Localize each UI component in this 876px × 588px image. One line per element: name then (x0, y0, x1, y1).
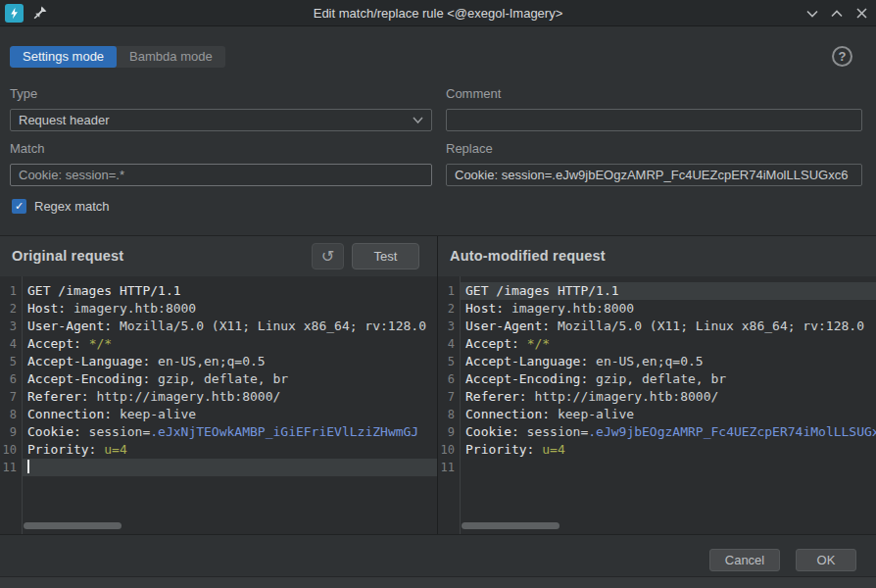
chevron-down-icon[interactable] (805, 7, 819, 21)
auto-modified-request-panel: Auto-modified request 1234567891011 GET … (438, 236, 876, 534)
code-token: Accept-Encoding: (27, 371, 150, 386)
line-number: 11 (438, 459, 460, 476)
code-token: http://imagery.htb:8000/ (89, 389, 281, 404)
code-area[interactable]: GET /images HTTP/1.1Host: imagery.htb:80… (23, 276, 437, 534)
comment-input[interactable] (446, 109, 862, 131)
chevron-up-icon[interactable] (830, 7, 844, 21)
code-token: Accept: (465, 336, 519, 351)
code-token: Priority: (465, 442, 534, 457)
tab-bambda-mode[interactable]: Bambda mode (117, 46, 225, 68)
code-token (519, 336, 527, 351)
code-line[interactable]: Connection: keep-alive (23, 406, 437, 423)
refresh-button[interactable]: ↺ (312, 243, 344, 270)
panels-bottom-divider (0, 534, 876, 535)
window-controls (805, 0, 868, 26)
auto-modified-request-header: Auto-modified request (438, 236, 876, 276)
original-request-editor[interactable]: 1234567891011 GET /images HTTP/1.1Host: … (0, 276, 437, 534)
code-line[interactable]: Accept-Language: en-US,en;q=0.5 (461, 353, 876, 370)
mode-tabs: Settings mode Bambda mode (10, 46, 225, 68)
line-number: 8 (0, 406, 22, 423)
code-token: Host: (465, 301, 504, 316)
code-line[interactable]: Accept: */* (23, 335, 437, 353)
original-request-title: Original request (12, 236, 123, 276)
original-request-header: Original request ↺ Test (0, 236, 437, 276)
code-token: Host: (27, 301, 66, 316)
code-token: */* (527, 336, 550, 351)
type-select[interactable]: Request header (10, 109, 432, 131)
code-line[interactable]: Cookie: session=.eJxNjTEOwkAMBP_iGiEFriE… (23, 423, 437, 441)
match-input[interactable] (10, 164, 432, 186)
help-icon[interactable]: ? (832, 46, 852, 67)
code-token: .eJw9jbEOgzAMRP_Fc4UEZcpER74iMolLLSUGxc6 (588, 424, 876, 439)
line-number: 9 (0, 423, 22, 441)
code-line[interactable]: Accept-Encoding: gzip, deflate, br (23, 370, 437, 388)
code-line[interactable]: GET /images HTTP/1.1 (461, 282, 876, 300)
code-token: GET /images HTTP/1.1 (465, 283, 619, 298)
code-line[interactable]: Priority: u=4 (461, 441, 876, 459)
code-token: Mozilla/5.0 (X11; Linux x86_64; rv:128.0 (550, 318, 864, 333)
code-token: Connection: (27, 407, 112, 421)
code-line[interactable] (23, 459, 437, 476)
code-token: Connection: (465, 407, 550, 421)
select-chevron-icon (413, 117, 423, 123)
line-number-gutter: 1234567891011 (438, 276, 461, 534)
code-line[interactable]: GET /images HTTP/1.1 (23, 282, 437, 300)
code-token: Accept-Language: (465, 354, 588, 368)
code-line[interactable]: Accept-Encoding: gzip, deflate, br (461, 370, 876, 388)
code-line[interactable]: User-Agent: Mozilla/5.0 (X11; Linux x86_… (23, 318, 437, 335)
code-line[interactable]: Connection: keep-alive (461, 406, 876, 423)
tab-settings-mode[interactable]: Settings mode (10, 46, 117, 68)
regex-match-checkbox[interactable]: ✓ (12, 199, 26, 214)
code-token: http://imagery.htb:8000/ (527, 389, 719, 404)
line-number: 11 (0, 459, 22, 476)
cancel-button[interactable]: Cancel (709, 549, 780, 571)
code-line[interactable]: Accept-Language: en-US,en;q=0.5 (23, 353, 437, 370)
line-number: 7 (0, 388, 22, 406)
code-token: .eJxNjTEOwkAMBP_iGiEFriEVlLziZHwmGJ (150, 424, 418, 439)
line-number: 1 (0, 282, 22, 300)
line-number: 2 (0, 300, 22, 318)
code-token: Referer: (27, 389, 89, 404)
test-button[interactable]: Test (352, 243, 419, 270)
line-number: 2 (438, 300, 460, 318)
refresh-icon: ↺ (321, 247, 334, 266)
horizontal-scrollbar[interactable] (462, 522, 560, 529)
code-line[interactable]: Priority: u=4 (23, 441, 437, 459)
code-token: */* (89, 336, 112, 351)
code-token: keep-alive (550, 407, 634, 421)
replace-label: Replace (446, 141, 493, 156)
code-token: Referer: (465, 389, 527, 404)
code-token: GET /images HTTP/1.1 (27, 283, 181, 298)
code-line[interactable] (461, 459, 876, 476)
edit-match-replace-dialog: Edit match/replace rule <@exegol-Imagery… (0, 0, 876, 588)
auto-modified-request-editor[interactable]: 1234567891011 GET /images HTTP/1.1Host: … (438, 276, 876, 534)
code-token: u=4 (542, 442, 564, 457)
line-number: 3 (438, 318, 460, 335)
code-token: Accept-Encoding: (465, 371, 588, 386)
code-line[interactable]: Host: imagery.htb:8000 (461, 300, 876, 318)
type-label: Type (10, 86, 37, 101)
line-number: 8 (438, 406, 460, 423)
code-token: Priority: (27, 442, 96, 457)
code-line[interactable]: Referer: http://imagery.htb:8000/ (23, 388, 437, 406)
code-line[interactable]: Referer: http://imagery.htb:8000/ (461, 388, 876, 406)
horizontal-scrollbar[interactable] (24, 522, 122, 529)
code-line[interactable]: Host: imagery.htb:8000 (23, 300, 437, 318)
line-number: 5 (438, 353, 460, 370)
line-number: 3 (0, 318, 22, 335)
code-token: keep-alive (112, 407, 196, 421)
close-icon[interactable] (854, 7, 868, 21)
code-area[interactable]: GET /images HTTP/1.1Host: imagery.htb:80… (461, 276, 876, 534)
line-number: 10 (438, 441, 460, 459)
replace-input[interactable] (446, 164, 862, 186)
code-token: Cookie: (465, 424, 519, 439)
line-number: 5 (0, 353, 22, 370)
ok-button[interactable]: OK (796, 549, 856, 571)
comment-label: Comment (446, 86, 501, 101)
code-line[interactable]: Accept: */* (461, 335, 876, 353)
type-select-value: Request header (19, 110, 110, 130)
code-token: Cookie: (27, 424, 81, 439)
line-number: 4 (438, 335, 460, 353)
code-line[interactable]: User-Agent: Mozilla/5.0 (X11; Linux x86_… (461, 318, 876, 335)
code-line[interactable]: Cookie: session=.eJw9jbEOgzAMRP_Fc4UEZcp… (461, 423, 876, 441)
